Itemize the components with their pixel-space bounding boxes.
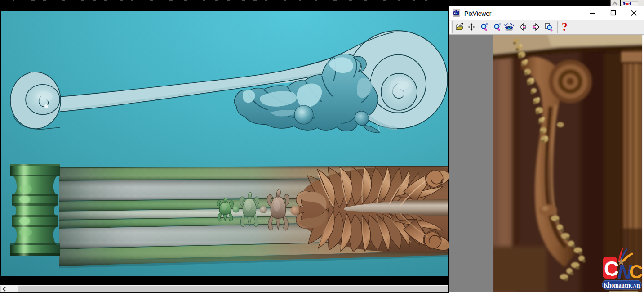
- svg-text:C: C: [604, 257, 619, 280]
- svg-text:Khomaucnc.vn: Khomaucnc.vn: [604, 281, 640, 289]
- svg-text:C: C: [629, 261, 643, 282]
- svg-text:?: ?: [562, 22, 568, 33]
